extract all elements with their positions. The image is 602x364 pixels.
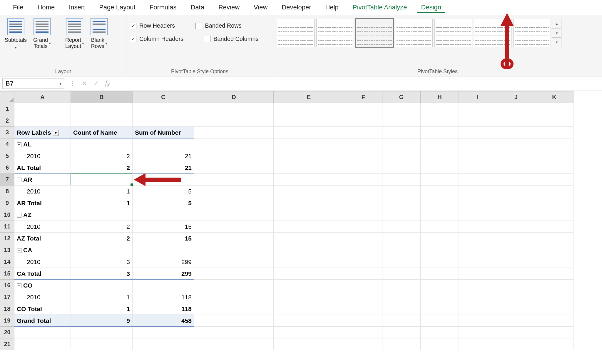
cell-A4[interactable]: −AL (14, 138, 71, 150)
cell-J6[interactable] (497, 162, 535, 174)
cell-B21[interactable] (71, 338, 133, 350)
cell-C17[interactable]: 118 (133, 291, 194, 303)
cell-F10[interactable] (344, 209, 382, 221)
cell-K4[interactable] (535, 138, 573, 150)
cell-K20[interactable] (535, 327, 573, 338)
cell-H6[interactable] (421, 162, 459, 174)
cell-G6[interactable] (382, 162, 421, 174)
cell-I6[interactable] (459, 162, 497, 174)
cell-J15[interactable] (497, 268, 535, 280)
cell-D2[interactable] (194, 115, 274, 127)
cell-H7[interactable] (421, 174, 459, 186)
select-all-corner[interactable] (0, 91, 14, 103)
col-header-K[interactable]: K (535, 91, 573, 103)
cell-I20[interactable] (459, 327, 497, 338)
cell-A15[interactable]: CA Total (14, 268, 71, 280)
cell-J7[interactable] (497, 174, 535, 186)
cell-G15[interactable] (382, 268, 421, 280)
row-header-19[interactable]: 19 (0, 315, 14, 327)
cell-K5[interactable] (535, 150, 573, 162)
cell-I17[interactable] (459, 291, 497, 303)
cell-F15[interactable] (344, 268, 382, 280)
cell-C7[interactable] (133, 174, 194, 186)
cell-H15[interactable] (421, 268, 459, 280)
row-header-11[interactable]: 11 (0, 221, 14, 233)
cell-F16[interactable] (344, 280, 382, 291)
grand-totals-button[interactable]: GrandTotals▾ (32, 17, 52, 51)
cell-G2[interactable] (382, 115, 421, 127)
cell-H14[interactable] (421, 256, 459, 268)
cell-B20[interactable] (71, 327, 133, 338)
cell-H20[interactable] (421, 327, 459, 338)
cell-G10[interactable] (382, 209, 421, 221)
cell-D3[interactable] (194, 127, 274, 138)
collapse-icon[interactable]: − (17, 178, 21, 182)
cell-C12[interactable]: 15 (133, 233, 194, 244)
cell-F2[interactable] (344, 115, 382, 127)
cell-K3[interactable] (535, 127, 573, 138)
cell-H9[interactable] (421, 197, 459, 209)
enter-icon[interactable]: ✓ (93, 80, 99, 87)
cell-J14[interactable] (497, 256, 535, 268)
cell-E18[interactable] (274, 303, 344, 315)
tab-formulas[interactable]: Formulas (143, 1, 184, 15)
cell-F21[interactable] (344, 338, 382, 350)
cell-D18[interactable] (194, 303, 274, 315)
cell-J13[interactable] (497, 244, 535, 256)
cell-I21[interactable] (459, 338, 497, 350)
col-header-J[interactable]: J (497, 91, 535, 103)
cell-J1[interactable] (497, 103, 535, 115)
cell-G12[interactable] (382, 233, 421, 244)
cell-C11[interactable]: 15 (133, 221, 194, 233)
cell-G13[interactable] (382, 244, 421, 256)
style-swatch-4[interactable] (434, 19, 472, 47)
cell-A8[interactable]: 2010 (14, 186, 71, 197)
cell-E16[interactable] (274, 280, 344, 291)
cell-F5[interactable] (344, 150, 382, 162)
cell-D12[interactable] (194, 233, 274, 244)
cell-F17[interactable] (344, 291, 382, 303)
row-header-5[interactable]: 5 (0, 150, 14, 162)
cell-D1[interactable] (194, 103, 274, 115)
cell-A14[interactable]: 2010 (14, 256, 71, 268)
cell-H13[interactable] (421, 244, 459, 256)
cell-J8[interactable] (497, 186, 535, 197)
style-swatch-1[interactable] (316, 19, 354, 47)
row-header-7[interactable]: 7 (0, 174, 14, 186)
cell-C19[interactable]: 458 (133, 315, 194, 327)
row-header-12[interactable]: 12 (0, 233, 14, 244)
cell-B9[interactable]: 1 (71, 197, 133, 209)
cell-G5[interactable] (382, 150, 421, 162)
cell-B12[interactable]: 2 (71, 233, 133, 244)
cell-G11[interactable] (382, 221, 421, 233)
cell-J3[interactable] (497, 127, 535, 138)
tab-data[interactable]: Data (183, 1, 211, 15)
cell-F14[interactable] (344, 256, 382, 268)
cell-F9[interactable] (344, 197, 382, 209)
row-header-3[interactable]: 3 (0, 127, 14, 138)
tab-home[interactable]: Home (30, 1, 62, 15)
style-swatch-0[interactable] (277, 19, 315, 47)
cell-C4[interactable] (133, 138, 194, 150)
cell-A20[interactable] (14, 327, 71, 338)
cell-F4[interactable] (344, 138, 382, 150)
cell-A21[interactable] (14, 338, 71, 350)
cell-I19[interactable] (459, 315, 497, 327)
cell-B6[interactable]: 2 (71, 162, 133, 174)
cell-F1[interactable] (344, 103, 382, 115)
cell-I14[interactable] (459, 256, 497, 268)
cell-G21[interactable] (382, 338, 421, 350)
cell-G7[interactable] (382, 174, 421, 186)
cell-D15[interactable] (194, 268, 274, 280)
cell-F3[interactable] (344, 127, 382, 138)
cell-A16[interactable]: −CO (14, 280, 71, 291)
cell-B19[interactable]: 9 (71, 315, 133, 327)
cell-B5[interactable]: 2 (71, 150, 133, 162)
cell-K12[interactable] (535, 233, 573, 244)
col-header-B[interactable]: B (71, 91, 133, 103)
cancel-icon[interactable]: ✕ (82, 80, 87, 87)
cell-H18[interactable] (421, 303, 459, 315)
cell-I10[interactable] (459, 209, 497, 221)
cell-B11[interactable]: 2 (71, 221, 133, 233)
col-header-C[interactable]: C (133, 91, 194, 103)
